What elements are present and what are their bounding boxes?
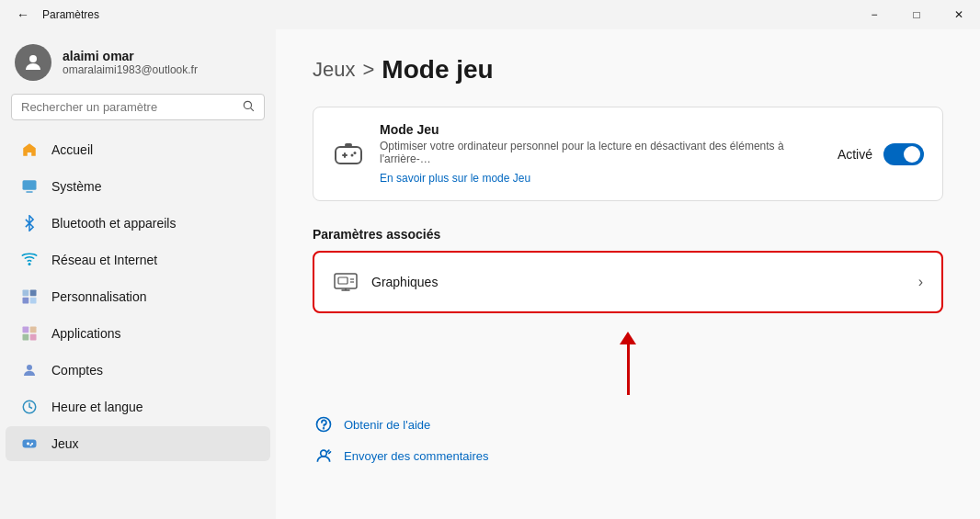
accounts-icon: [20, 361, 39, 379]
feedback-icon: [313, 445, 335, 467]
titlebar-title: Paramètres: [42, 8, 99, 21]
svg-rect-11: [30, 327, 37, 333]
apps-icon: [20, 324, 39, 343]
breadcrumb-parent[interactable]: Jeux: [313, 58, 355, 82]
titlebar-controls: − □ ✕: [853, 0, 980, 29]
minimize-button[interactable]: −: [853, 0, 895, 29]
sidebar-item-applications[interactable]: Applications: [6, 316, 270, 351]
breadcrumb-sep: >: [362, 58, 374, 82]
svg-point-20: [29, 444, 31, 446]
help-aide-label[interactable]: Obtenir de l'aide: [344, 418, 430, 432]
svg-point-5: [28, 263, 31, 265]
user-section: alaimi omar omaralaimi1983@outlook.fr: [0, 29, 276, 94]
help-links: Obtenir de l'aide Envoyer des commentair…: [313, 413, 943, 467]
sidebar-item-label: Comptes: [51, 363, 103, 378]
red-arrow-annotation: [313, 332, 943, 395]
mode-jeu-title: Mode Jeu: [380, 122, 823, 137]
help-link-feedback[interactable]: Envoyer des commentaires: [313, 445, 943, 467]
maximize-button[interactable]: □: [895, 0, 938, 29]
system-icon: [20, 177, 39, 196]
help-icon: [313, 413, 335, 435]
search-icon: [242, 99, 255, 115]
graphics-icon: [333, 269, 359, 295]
sidebar-item-label: Réseau et Internet: [51, 253, 157, 267]
svg-point-0: [29, 55, 37, 62]
mode-jeu-desc: Optimiser votre ordinateur personnel pou…: [380, 140, 823, 165]
graphics-item[interactable]: Graphiques ›: [314, 253, 941, 311]
sidebar-item-label: Bluetooth et appareils: [51, 216, 176, 231]
sidebar-item-jeux[interactable]: Jeux: [6, 426, 270, 461]
svg-rect-24: [345, 143, 352, 147]
svg-rect-6: [23, 290, 29, 297]
sidebar-item-systeme[interactable]: Système: [6, 169, 270, 204]
section-title: Paramètres associés: [313, 227, 943, 242]
content-area: Jeux > Mode jeu Mode Jeu Optimiser votre…: [276, 29, 980, 519]
home-icon: [20, 141, 39, 159]
sidebar-item-reseau[interactable]: Réseau et Internet: [6, 243, 270, 277]
svg-rect-26: [338, 277, 348, 284]
sidebar-item-perso[interactable]: Personnalisation: [6, 279, 270, 314]
user-info: alaimi omar omaralaimi1983@outlook.fr: [63, 49, 198, 76]
arrow-line: [627, 344, 630, 395]
sidebar-item-comptes[interactable]: Comptes: [6, 353, 270, 388]
time-icon: [20, 398, 39, 416]
mode-jeu-link[interactable]: En savoir plus sur le mode Jeu: [380, 172, 530, 185]
titlebar: ← Paramètres − □ ✕: [0, 0, 980, 29]
avatar: [15, 44, 51, 81]
help-link-aide[interactable]: Obtenir de l'aide: [313, 413, 943, 435]
svg-point-30: [324, 428, 325, 429]
mode-jeu-icon: [332, 138, 365, 171]
back-icon[interactable]: ←: [11, 6, 35, 24]
close-button[interactable]: ✕: [938, 0, 980, 29]
mode-jeu-right: Activé: [838, 143, 924, 165]
sidebar-item-bluetooth[interactable]: Bluetooth et appareils: [6, 206, 270, 241]
mode-jeu-text: Mode Jeu Optimiser votre ordinateur pers…: [380, 122, 823, 186]
svg-rect-12: [23, 334, 29, 341]
toggle-switch[interactable]: [883, 143, 924, 165]
svg-rect-21: [336, 147, 361, 164]
titlebar-left: ← Paramètres: [11, 6, 99, 24]
search-box[interactable]: [11, 94, 265, 120]
graphics-label: Graphiques: [371, 275, 906, 289]
svg-point-22: [351, 153, 354, 156]
sidebar-item-label: Jeux: [51, 436, 79, 451]
svg-rect-13: [30, 334, 37, 341]
associated-card: Graphiques ›: [313, 251, 943, 313]
sidebar: alaimi omar omaralaimi1983@outlook.fr Ac…: [0, 29, 276, 519]
svg-rect-3: [23, 180, 37, 190]
search-input[interactable]: [21, 100, 236, 114]
sidebar-item-label: Système: [51, 179, 101, 194]
bluetooth-icon: [20, 214, 39, 232]
mode-jeu-card: Mode Jeu Optimiser votre ordinateur pers…: [313, 107, 943, 201]
svg-rect-10: [23, 327, 29, 333]
chevron-right-icon: ›: [918, 274, 923, 290]
sidebar-item-label: Personnalisation: [51, 289, 147, 304]
network-icon: [20, 251, 39, 269]
svg-point-1: [244, 101, 251, 108]
breadcrumb: Jeux > Mode jeu: [313, 55, 943, 85]
user-name: alaimi omar: [63, 49, 198, 63]
status-badge: Activé: [838, 147, 872, 162]
sidebar-item-heure[interactable]: Heure et langue: [6, 389, 270, 424]
toggle-knob: [904, 146, 920, 163]
help-feedback-label[interactable]: Envoyer des commentaires: [344, 449, 489, 463]
sidebar-item-accueil[interactable]: Accueil: [6, 132, 270, 167]
personalization-icon: [20, 288, 39, 306]
sidebar-item-label: Heure et langue: [51, 400, 143, 414]
svg-rect-7: [30, 290, 37, 297]
arrow-head-up: [620, 332, 636, 344]
sidebar-item-label: Accueil: [51, 142, 93, 157]
sidebar-item-label: Applications: [51, 326, 121, 341]
svg-point-14: [27, 365, 32, 370]
svg-rect-4: [26, 191, 33, 193]
svg-point-31: [321, 450, 327, 457]
svg-rect-9: [30, 298, 37, 304]
svg-rect-8: [23, 298, 29, 304]
user-email: omaralaimi1983@outlook.fr: [63, 63, 198, 76]
red-arrow: [620, 332, 636, 395]
svg-line-2: [251, 108, 254, 111]
svg-point-23: [354, 152, 357, 154]
breadcrumb-current: Mode jeu: [382, 55, 493, 85]
main-layout: alaimi omar omaralaimi1983@outlook.fr Ac…: [0, 29, 980, 519]
games-icon: [20, 434, 39, 453]
